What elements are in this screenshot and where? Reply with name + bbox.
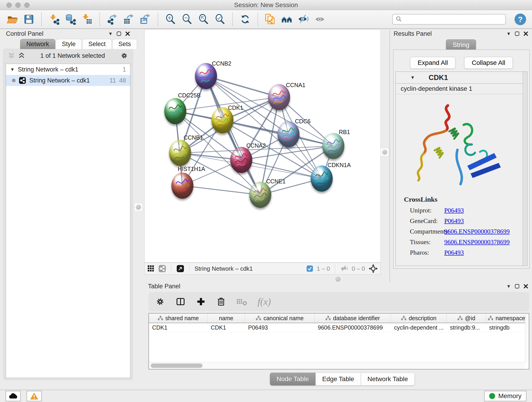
expand-all-button[interactable]: Expand All [410, 57, 456, 69]
tab-network[interactable]: Network [20, 39, 55, 49]
collapse-all-chevron-icon[interactable] [8, 52, 15, 59]
float-panel-icon[interactable] [116, 31, 121, 36]
network-node-ccna2[interactable] [230, 147, 252, 173]
close-panel-icon[interactable] [125, 31, 130, 36]
network-node-ccnb1[interactable] [169, 140, 191, 166]
memory-button[interactable]: Memory [484, 391, 526, 401]
column-header--id[interactable]: @id [447, 313, 486, 323]
zoom-selected-icon [215, 14, 225, 25]
column-header-name[interactable]: name [208, 313, 245, 323]
network-node-cdkn1a[interactable] [311, 166, 333, 191]
grid-view-icon[interactable] [147, 265, 155, 272]
zoom-in-button[interactable] [164, 13, 177, 26]
warnings-button[interactable] [27, 391, 42, 401]
apply-layout-button[interactable] [239, 13, 252, 26]
close-window-button[interactable] [6, 2, 12, 8]
network-edge[interactable] [206, 76, 279, 97]
zoom-selected-button[interactable] [214, 13, 226, 26]
add-column-icon[interactable] [196, 297, 206, 306]
tab-network-table[interactable]: Network Table [361, 373, 415, 385]
tab-style[interactable]: Style [56, 39, 82, 49]
export-image-button[interactable] [139, 13, 152, 26]
selected-checkbox-icon[interactable] [307, 265, 313, 272]
network-node-ccne1[interactable] [249, 182, 271, 208]
function-builder-button[interactable]: f(x) [258, 296, 271, 307]
tab-select[interactable]: Select [82, 39, 112, 49]
export-network-button[interactable] [106, 13, 119, 26]
column-header-shared-name[interactable]: shared name [149, 313, 208, 323]
panel-collapse-icon[interactable]: ▼ [506, 31, 511, 36]
section-expander-icon[interactable]: ▼ [410, 75, 415, 80]
network-row-selected[interactable]: String Network – cdk1 11 48 [6, 75, 130, 86]
expand-all-chevron-icon[interactable] [18, 52, 25, 59]
table-row[interactable]: CDK1CDK1P064939606.ENSP00000378699cyclin… [149, 323, 529, 332]
crosslink-value-link[interactable]: 9606.ENSP00000378699 [444, 228, 510, 235]
tree-expander-icon[interactable]: ▼ [10, 67, 15, 72]
network-edge[interactable] [182, 186, 260, 195]
tab-sets[interactable]: Sets [112, 39, 137, 49]
tab-node-table[interactable]: Node Table [270, 373, 316, 385]
import-network-database-button[interactable] [64, 13, 77, 26]
export-table-button[interactable] [122, 13, 135, 26]
birdseye-crosshair-icon[interactable] [369, 264, 378, 273]
table-panel: Table Panel ▼ f(x) shared namenamecanoni… [144, 282, 532, 390]
network-node-hist1h1a[interactable] [171, 172, 193, 199]
network-edge[interactable] [206, 76, 260, 195]
tab-string[interactable]: String [446, 39, 476, 51]
search-input[interactable] [404, 16, 503, 23]
float-panel-icon[interactable] [515, 284, 520, 289]
float-panel-icon[interactable] [515, 31, 520, 36]
network-collection-row[interactable]: ▼ String Network – cdk1 1 [6, 64, 130, 75]
minimize-window-button[interactable] [15, 2, 21, 8]
right-splitter-knob[interactable] [380, 148, 389, 156]
results-vertical-scrollbar[interactable] [523, 72, 527, 266]
left-splitter[interactable] [135, 29, 143, 274]
column-header-namespace[interactable]: namespace [486, 313, 527, 323]
network-node-rb1[interactable] [322, 133, 344, 159]
crosslink-value-link[interactable]: 9606.ENSP00000378699 [444, 238, 510, 246]
show-all-button[interactable] [313, 13, 326, 26]
crosslink-value-link[interactable]: P06493 [444, 217, 464, 225]
table-horizontal-scrollbar[interactable] [149, 362, 525, 369]
protein-thumbnail-icon [174, 177, 190, 195]
table-vertical-scrollbar[interactable] [525, 313, 529, 362]
close-panel-icon[interactable] [523, 284, 528, 289]
save-session-button[interactable] [22, 13, 35, 26]
zoom-out-button[interactable] [181, 13, 193, 26]
detach-view-icon[interactable] [177, 265, 184, 273]
network-node-cdk1[interactable] [211, 107, 234, 133]
network-node-ccnb2[interactable] [195, 63, 217, 89]
network-node-cdc6[interactable] [278, 121, 299, 147]
network-view-title: String Network – cdk1 [195, 265, 253, 272]
network-badge-icon[interactable] [158, 265, 166, 273]
split-columns-icon[interactable] [176, 297, 186, 307]
right-splitter[interactable] [381, 29, 389, 274]
gear-icon[interactable] [155, 297, 165, 306]
hide-selected-button[interactable] [297, 13, 310, 26]
column-header-database-identifier[interactable]: database identifier [315, 313, 391, 323]
network-canvas[interactable]: CCNB2 CCNA1 CDC25B CDK1 CDC6 RB1 [144, 29, 381, 263]
column-header-description[interactable]: description [391, 313, 447, 323]
import-table-button[interactable] [81, 13, 94, 26]
crosslink-value-link[interactable]: P06493 [444, 207, 464, 214]
left-splitter-knob[interactable] [134, 203, 143, 211]
crosslink-value-link[interactable]: P06493 [444, 249, 464, 256]
open-session-button[interactable] [6, 13, 19, 26]
help-button[interactable]: ? [515, 13, 526, 25]
close-panel-icon[interactable] [523, 31, 528, 36]
network-node-cdc25b[interactable] [164, 98, 186, 124]
panel-collapse-icon[interactable]: ▼ [108, 31, 113, 36]
scrollbar-thumb[interactable] [151, 364, 203, 368]
panel-collapse-icon[interactable]: ▼ [506, 284, 511, 289]
cloud-status-button[interactable] [6, 391, 21, 401]
zoom-window-button[interactable] [24, 2, 30, 8]
import-network-file-button[interactable] [48, 13, 60, 26]
tab-edge-table[interactable]: Edge Table [316, 373, 361, 385]
new-network-from-selection-button[interactable] [264, 13, 277, 26]
gear-icon[interactable] [120, 52, 128, 60]
first-neighbors-button[interactable] [280, 13, 293, 26]
zoom-fit-button[interactable] [197, 13, 210, 26]
collapse-all-button[interactable]: Collapse All [464, 57, 513, 69]
column-header-canonical-name[interactable]: canonical name [245, 313, 315, 323]
delete-column-icon[interactable] [216, 297, 226, 306]
